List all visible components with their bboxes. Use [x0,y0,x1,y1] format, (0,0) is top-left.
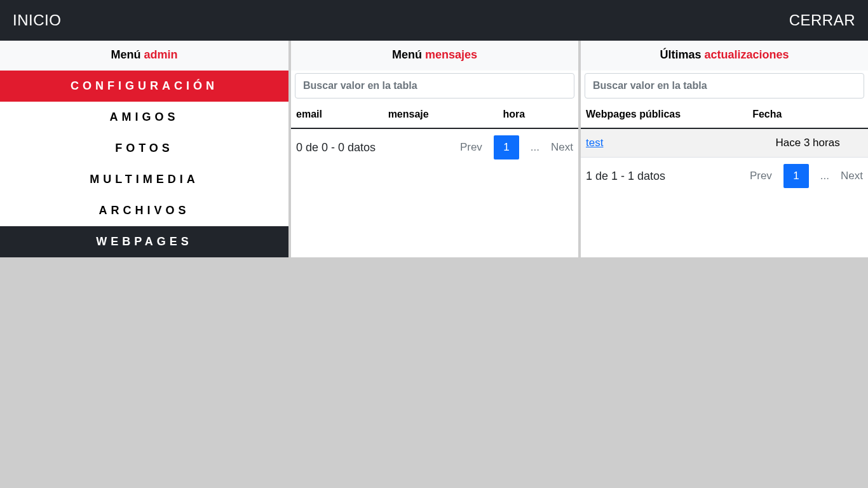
messages-footer: 0 de 0 - 0 datos Prev 1 ... Next [291,129,578,168]
topbar: INICIO CERRAR [0,0,868,41]
updates-search-input[interactable] [585,73,864,98]
updates-title: Últimas actualizaciones [581,41,868,71]
messages-title: Menú mensajes [291,41,578,71]
updates-panel: Últimas actualizaciones Webpages pública… [581,41,868,257]
updates-page-current[interactable]: 1 [783,164,809,188]
messages-count: 0 de 0 - 0 datos [296,141,376,154]
updates-search [585,73,864,98]
sidebar-item-configuracion[interactable]: CONFIGURACIÓN [0,71,288,102]
messages-title-prefix: Menú [392,48,425,61]
sidebar-item-webpages[interactable]: WEBPAGES [0,226,288,257]
sidebar-title-accent: admin [144,48,177,61]
sidebar-item-archivos[interactable]: ARCHIVOS [0,195,288,226]
sidebar-item-multimedia[interactable]: MULTIMEDIA [0,164,288,195]
updates-footer: 1 de 1 - 1 datos Prev 1 ... Next [581,158,868,197]
updates-row-link[interactable]: test [586,137,603,149]
messages-page-dots: ... [531,141,539,154]
updates-col-fecha[interactable]: Fecha [747,102,868,128]
sidebar-menu: CONFIGURACIÓN AMIGOS FOTOS MULTIMEDIA AR… [0,71,288,257]
updates-table: Webpages públicas Fecha test Hace 3 hora… [581,102,868,158]
updates-page-dots: ... [820,170,829,182]
messages-col-hora[interactable]: hora [498,102,578,128]
messages-title-accent: mensajes [425,48,477,61]
messages-col-mensaje[interactable]: mensaje [383,102,498,128]
updates-row-date: Hace 3 horas [747,128,868,158]
sidebar-item-fotos[interactable]: FOTOS [0,133,288,164]
messages-table: email mensaje hora [291,102,578,129]
messages-col-email[interactable]: email [291,102,383,128]
home-link[interactable]: INICIO [13,11,61,29]
messages-page-current[interactable]: 1 [494,135,519,159]
updates-pager: Prev 1 ... Next [750,164,863,188]
messages-next[interactable]: Next [551,141,573,154]
messages-search-input[interactable] [295,73,574,98]
sidebar-title-prefix: Menú [111,48,144,61]
messages-pager: Prev 1 ... Next [460,135,573,159]
sidebar-title: Menú admin [0,41,288,71]
updates-title-prefix: Últimas [660,48,704,61]
messages-panel: Menú mensajes email mensaje hora 0 de 0 … [291,41,578,257]
table-row: test Hace 3 horas [581,128,868,158]
logout-link[interactable]: CERRAR [789,11,855,29]
sidebar-item-amigos[interactable]: AMIGOS [0,102,288,133]
main-layout: Menú admin CONFIGURACIÓN AMIGOS FOTOS MU… [0,41,868,257]
updates-count: 1 de 1 - 1 datos [586,170,665,183]
updates-next[interactable]: Next [841,170,863,182]
updates-col-webpages[interactable]: Webpages públicas [581,102,747,128]
sidebar: Menú admin CONFIGURACIÓN AMIGOS FOTOS MU… [0,41,288,257]
updates-title-accent: actualizaciones [704,48,789,61]
messages-prev[interactable]: Prev [460,141,482,154]
messages-search [295,73,574,98]
updates-prev[interactable]: Prev [750,170,772,182]
